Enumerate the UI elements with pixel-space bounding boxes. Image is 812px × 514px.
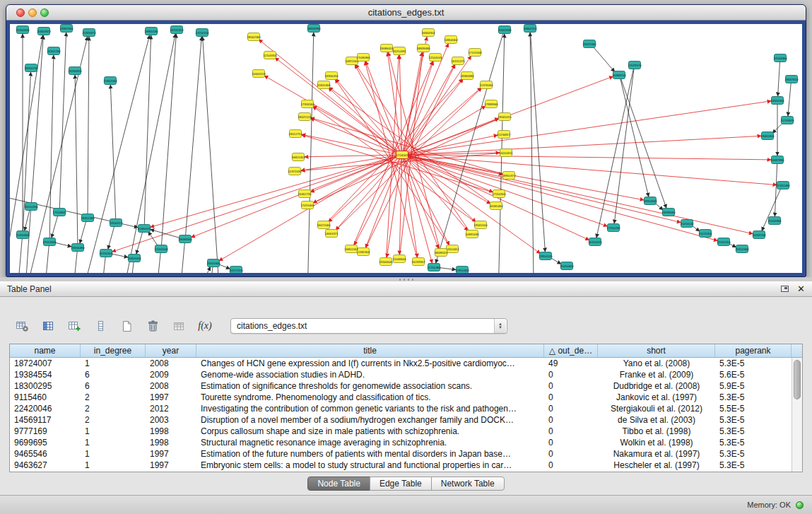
network-node[interactable]: 16585464 xyxy=(489,202,503,210)
network-node[interactable]: 18301280 xyxy=(81,214,95,222)
network-node[interactable]: 19299060 xyxy=(661,209,676,216)
network-node[interactable]: 18839490 xyxy=(416,45,430,52)
column-header-5[interactable]: short xyxy=(598,344,715,357)
network-node[interactable]: 18950371 xyxy=(502,172,516,180)
network-node[interactable]: 16906450 xyxy=(324,72,339,80)
network-node[interactable]: 12104350 xyxy=(263,52,277,59)
table-row[interactable]: 1456911722003Disruption of a novel membe… xyxy=(10,414,802,426)
table-scrollbar[interactable] xyxy=(792,358,802,472)
network-node[interactable]: 25050600 xyxy=(560,262,574,270)
column-header-3[interactable]: title xyxy=(196,344,544,357)
network-node[interactable]: 22850460 xyxy=(455,267,469,274)
network-node[interactable]: 14663371 xyxy=(324,230,339,238)
network-node[interactable]: 14804064 xyxy=(444,36,458,44)
table-row[interactable]: 1872400712008Changes of HCN gene express… xyxy=(10,358,802,369)
network-node[interactable]: 17079570 xyxy=(628,62,642,69)
network-node[interactable]: 21450840 xyxy=(16,231,30,239)
network-node[interactable]: 19344115 xyxy=(110,219,123,227)
network-node[interactable]: 22544360 xyxy=(773,54,787,62)
network-node[interactable]: 17250290 xyxy=(606,224,620,232)
network-node[interactable]: 19012751 xyxy=(288,130,302,138)
table-row[interactable]: 977716911998Corpus callosum shape and si… xyxy=(10,426,802,437)
network-node[interactable]: 19565015 xyxy=(498,113,512,121)
network-node[interactable]: 18425120 xyxy=(298,113,312,121)
network-node[interactable]: 16204311 xyxy=(500,149,513,157)
network-node[interactable]: 19086053 xyxy=(379,45,394,52)
network-node[interactable]: 20672010 xyxy=(229,267,243,274)
network-node[interactable]: 17016108 xyxy=(154,245,168,253)
table-row[interactable]: 2242004622012Investigating the contribut… xyxy=(10,403,802,414)
table-row[interactable]: 969969511998Structural magnetic resonanc… xyxy=(10,437,802,448)
network-node[interactable]: 23950520 xyxy=(539,252,553,260)
function-builder-button[interactable]: f(x) xyxy=(194,317,216,335)
network-node[interactable]: 21122300 xyxy=(699,230,712,238)
column-header-0[interactable]: name xyxy=(10,344,81,357)
scrollbar-thumb[interactable] xyxy=(794,360,801,399)
network-node[interactable]: 20211140 xyxy=(681,220,694,228)
network-canvas[interactable]: 2516063020663923199659002192697424302740… xyxy=(10,24,802,273)
delete-table-button[interactable] xyxy=(142,317,163,335)
network-node[interactable]: 21150100 xyxy=(196,29,209,37)
network-node[interactable]: 16155275 xyxy=(451,57,465,65)
network-node[interactable]: 23266820 xyxy=(68,67,82,75)
network-node[interactable]: 16801562 xyxy=(344,245,358,253)
network-node[interactable]: 20360070 xyxy=(137,225,151,233)
network-node[interactable]: 18839990 xyxy=(307,25,321,33)
table-row[interactable]: 1830029562008Estimation of significance … xyxy=(10,380,802,392)
column-header-4[interactable]: △ out_de… xyxy=(544,344,598,357)
close-panel-icon[interactable]: ✕ xyxy=(797,284,805,293)
network-node[interactable]: 18316730 xyxy=(24,64,38,72)
network-node[interactable]: 21926974 xyxy=(82,29,96,37)
network-node[interactable]: 11381900 xyxy=(357,248,370,256)
network-node[interactable]: 25642630 xyxy=(498,26,512,34)
column-header-2[interactable]: year xyxy=(146,344,196,357)
network-node[interactable]: 18094560 xyxy=(178,235,192,243)
network-node[interactable]: 1724005 xyxy=(396,151,408,159)
column-button[interactable] xyxy=(90,317,111,335)
network-node[interactable]: 25855050 xyxy=(127,255,141,262)
network-node[interactable]: 10600518 xyxy=(252,70,266,78)
network-node[interactable]: 17898940 xyxy=(484,100,498,108)
network-node[interactable]: 19465800 xyxy=(760,132,775,140)
tab-edge-table[interactable]: Edge Table xyxy=(370,477,432,491)
network-node[interactable]: 24302740 xyxy=(47,47,61,55)
network-node[interactable]: 10891636 xyxy=(465,230,479,238)
network-view-window[interactable]: citations_edges.txt 25160630206639231996… xyxy=(6,4,806,277)
window-zoom-button[interactable] xyxy=(40,8,49,17)
network-node[interactable]: 19965190 xyxy=(144,28,158,35)
network-node[interactable]: 16239907 xyxy=(411,258,425,266)
network-node[interactable]: 21750380 xyxy=(427,264,441,271)
network-node[interactable]: 18384680 xyxy=(460,72,474,80)
select-columns-button[interactable] xyxy=(37,317,59,335)
network-node[interactable]: 16150220 xyxy=(588,238,602,246)
network-node[interactable]: 19965900 xyxy=(59,25,73,33)
network-node[interactable]: 16844304 xyxy=(421,29,435,37)
network-node[interactable]: 17470400 xyxy=(300,201,314,209)
network-node[interactable]: 17554300 xyxy=(492,190,506,198)
network-node[interactable]: 16462735 xyxy=(298,190,312,198)
table-row[interactable]: 911546021997Tourette syndrome. Phenomeno… xyxy=(10,392,802,403)
tab-network-table[interactable]: Network Table xyxy=(431,477,505,491)
network-node[interactable]: 17123168 xyxy=(468,49,482,57)
network-node[interactable]: 24269740 xyxy=(752,231,766,239)
network-node[interactable]: 19565940 xyxy=(206,259,220,267)
network-node[interactable]: 25733870 xyxy=(780,117,794,124)
network-node[interactable]: 16488700 xyxy=(612,71,626,79)
network-node[interactable]: 17036960 xyxy=(356,54,370,62)
network-node[interactable]: 12504105 xyxy=(428,54,442,62)
network-node[interactable]: 23637610 xyxy=(784,76,799,83)
network-node[interactable]: 24750310 xyxy=(99,250,113,257)
network-node[interactable]: 21331080 xyxy=(776,182,790,189)
network-node[interactable]: 19344640 xyxy=(379,258,393,266)
network-node[interactable]: 21802063 xyxy=(103,77,117,85)
table-selector-dropdown[interactable]: citations_edges.txt ▲▼ xyxy=(230,318,507,334)
import-table-button[interactable] xyxy=(168,317,189,335)
network-node[interactable]: 15376064 xyxy=(479,81,493,89)
network-node[interactable]: 20663923 xyxy=(37,28,51,35)
table-row[interactable]: 946362711997Embryonic stem cells: a mode… xyxy=(10,460,802,471)
network-node[interactable]: 25533966 xyxy=(767,217,782,225)
column-header-6[interactable]: pagerank xyxy=(715,344,792,357)
network-node[interactable]: 16210091 xyxy=(392,47,406,55)
table-settings-button[interactable] xyxy=(11,317,33,335)
network-node[interactable]: 22553940 xyxy=(42,238,57,246)
